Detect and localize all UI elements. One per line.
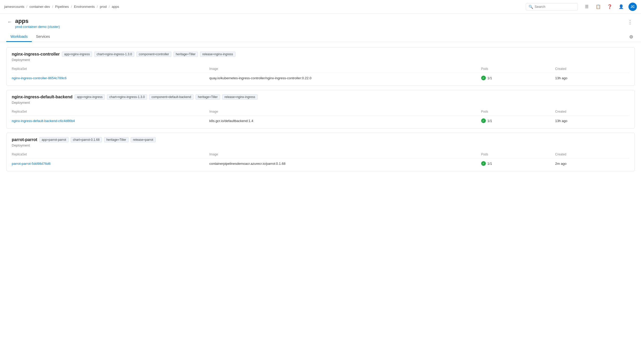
status-ok-icon: ✓: [481, 76, 486, 80]
replicaset-cell[interactable]: parrot-parrot-5dd98d76d6: [12, 159, 209, 167]
top-nav: jamesrcounts / container-dev / Pipelines…: [0, 0, 641, 14]
table-row: nginx-ingress-default-backend-c6c4d86b4k…: [12, 116, 629, 124]
image-cell: quay.io/kubernetes-ingress-controller/ng…: [209, 73, 481, 82]
workload-card: nginx-ingress-controllerapp=nginx-ingres…: [6, 47, 635, 86]
status-ok-icon: ✓: [481, 161, 486, 166]
table-header-created: Created: [555, 108, 629, 116]
workload-card: nginx-ingress-default-backendapp=nginx-i…: [6, 90, 635, 129]
workload-header: nginx-ingress-default-backendapp=nginx-i…: [12, 94, 629, 100]
page-header-right: ⋮: [625, 18, 635, 26]
breadcrumb-org[interactable]: jamesrcounts: [4, 5, 24, 9]
table-row: nginx-ingress-controller-8654c789c6quay.…: [12, 73, 629, 82]
workload-tag: release=parrot: [131, 137, 156, 142]
breadcrumb-sep-4: /: [109, 5, 110, 9]
workload-name[interactable]: nginx-ingress-default-backend: [12, 95, 72, 99]
workload-table: ReplicaSetImagePodsCreatednginx-ingress-…: [12, 108, 629, 124]
breadcrumb-sep-0: /: [26, 5, 27, 9]
pods-cell: ✓1/1: [481, 73, 555, 82]
workload-name[interactable]: nginx-ingress-controller: [12, 52, 60, 57]
search-icon: 🔍: [529, 5, 533, 9]
back-button[interactable]: ←: [6, 18, 13, 26]
created-cell: 2m ago: [555, 159, 629, 167]
filter-button[interactable]: ⊜: [628, 32, 635, 41]
workload-tag: release=nginx-ingress: [200, 52, 235, 57]
pods-count: 1/1: [487, 119, 492, 123]
pods-cell: ✓1/1: [481, 116, 555, 124]
workload-tag: heritage=Tiller: [196, 94, 220, 100]
help-button[interactable]: ❓: [606, 3, 614, 11]
workload-tag: app=nginx-ingress: [62, 52, 92, 57]
workload-type: Deployment: [12, 143, 629, 147]
content-area: nginx-ingress-controllerapp=nginx-ingres…: [0, 42, 641, 177]
workload-name[interactable]: parrot-parrot: [12, 137, 37, 142]
breadcrumb-apps[interactable]: apps: [112, 5, 119, 9]
table-header-pods: Pods: [481, 151, 555, 159]
created-cell: 13h ago: [555, 116, 629, 124]
breadcrumb-project[interactable]: container-dev: [29, 5, 50, 9]
table-header-pods: Pods: [481, 65, 555, 73]
status-ok-icon: ✓: [481, 118, 486, 123]
workload-type: Deployment: [12, 58, 629, 62]
tab-services[interactable]: Services: [32, 32, 54, 42]
breadcrumb-sep-2: /: [71, 5, 72, 9]
created-cell: 13h ago: [555, 73, 629, 82]
pods-count: 1/1: [487, 162, 492, 166]
workload-type: Deployment: [12, 101, 629, 105]
cluster-link[interactable]: prod-container-demo (cluster): [15, 25, 60, 29]
workload-tag: app=nginx-ingress: [75, 94, 105, 100]
clipboard-icon: 📋: [596, 4, 601, 9]
list-icon: ☰: [585, 4, 589, 9]
clipboard-button[interactable]: 📋: [594, 3, 602, 11]
table-header-created: Created: [555, 65, 629, 73]
workload-tag: chart=nginx-ingress-1.3.0: [94, 52, 134, 57]
breadcrumb-environments[interactable]: Environments: [74, 5, 95, 9]
workload-tag: component=controller: [136, 52, 171, 57]
pods-count: 1/1: [487, 76, 492, 80]
table-header-image: Image: [209, 65, 481, 73]
search-input[interactable]: [535, 5, 575, 9]
image-cell: containerpipelinesdemoacr.azurecr.io/par…: [209, 159, 481, 167]
avatar[interactable]: JC: [628, 3, 637, 11]
table-header-replicaset: ReplicaSet: [12, 151, 209, 159]
tabs-row: Workloads Services ⊜: [0, 32, 641, 42]
breadcrumb-prod[interactable]: prod: [100, 5, 107, 9]
workload-card: parrot-parrotapp=parrot-parrotchart=parr…: [6, 133, 635, 171]
help-icon: ❓: [607, 4, 612, 9]
table-header-replicaset: ReplicaSet: [12, 65, 209, 73]
workload-header: parrot-parrotapp=parrot-parrotchart=parr…: [12, 137, 629, 142]
workload-tag: chart=parrot-0.1.68: [71, 137, 102, 142]
tab-workloads[interactable]: Workloads: [6, 32, 32, 42]
workload-tag: heritage=Tiller: [104, 137, 129, 142]
user-settings-button[interactable]: 👤: [617, 3, 625, 11]
list-view-button[interactable]: ☰: [583, 3, 591, 11]
breadcrumb-sep-3: /: [97, 5, 98, 9]
page-header: ← apps prod-container-demo (cluster) ⋮: [0, 14, 641, 29]
replicaset-cell[interactable]: nginx-ingress-default-backend-c6c4d86b4: [12, 116, 209, 124]
workload-tag: component=default-backend: [149, 94, 193, 100]
workload-table: ReplicaSetImagePodsCreatednginx-ingress-…: [12, 65, 629, 81]
nav-icons: ☰ 📋 ❓ 👤 JC: [583, 3, 637, 11]
workload-header: nginx-ingress-controllerapp=nginx-ingres…: [12, 52, 629, 57]
breadcrumb-pipelines[interactable]: Pipelines: [55, 5, 69, 9]
image-cell: k8s.gcr.io/defaultbackend:1.4: [209, 116, 481, 124]
table-row: parrot-parrot-5dd98d76d6containerpipelin…: [12, 159, 629, 167]
table-header-replicaset: ReplicaSet: [12, 108, 209, 116]
more-options-button[interactable]: ⋮: [625, 18, 635, 26]
workload-tag: app=parrot-parrot: [39, 137, 69, 142]
pods-cell: ✓1/1: [481, 159, 555, 167]
table-header-pods: Pods: [481, 108, 555, 116]
table-header-image: Image: [209, 108, 481, 116]
workload-tag: heritage=Tiller: [173, 52, 198, 57]
table-header-image: Image: [209, 151, 481, 159]
page-title-area: apps prod-container-demo (cluster): [15, 18, 60, 29]
workload-table: ReplicaSetImagePodsCreatedparrot-parrot-…: [12, 151, 629, 167]
table-header-created: Created: [555, 151, 629, 159]
workload-tag: chart=nginx-ingress-1.3.0: [107, 94, 147, 100]
search-box[interactable]: 🔍: [526, 3, 578, 10]
breadcrumb-sep-1: /: [52, 5, 53, 9]
workload-tag: release=nginx-ingress: [222, 94, 258, 100]
filter-icon: ⊜: [629, 34, 633, 39]
user-icon: 👤: [619, 4, 624, 9]
replicaset-cell[interactable]: nginx-ingress-controller-8654c789c6: [12, 73, 209, 82]
page-title: apps: [15, 18, 60, 25]
